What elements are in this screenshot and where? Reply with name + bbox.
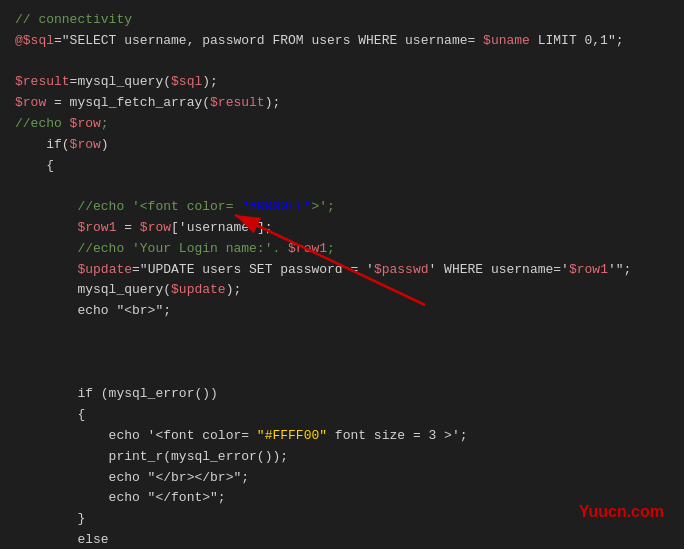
line-echo-font: //echo '<font color= "#0000ff">'; (15, 197, 669, 218)
line-blank-1 (15, 52, 669, 73)
line-brace-if: { (15, 405, 669, 426)
line-update: $update="UPDATE users SET password = '$p… (15, 260, 669, 281)
line-row: $row = mysql_fetch_array($result); (15, 93, 669, 114)
line-comment: // connectivity (15, 10, 669, 31)
line-blank-4 (15, 343, 669, 364)
line-brace-close-if: } (15, 509, 669, 530)
line-blank-2 (15, 176, 669, 197)
watermark: Yuucn.com (579, 503, 664, 521)
line-echo-font-yellow: echo '<font color= "#FFFF00" font size =… (15, 426, 669, 447)
line-result: $result=mysql_query($sql); (15, 72, 669, 93)
line-row1: $row1 = $row['username']; (15, 218, 669, 239)
line-echo-font-close: echo "</font>"; (15, 488, 669, 509)
line-print-r: print_r(mysql_error()); (15, 447, 669, 468)
line-else: else (15, 530, 669, 549)
line-blank-5 (15, 364, 669, 385)
line-brace-open: { (15, 156, 669, 177)
line-echo-br: echo "<br>"; (15, 301, 669, 322)
line-echo-login: //echo 'Your Login name:'. $row1; (15, 239, 669, 260)
code-block: // connectivity @$sql="SELECT username, … (0, 0, 684, 549)
line-if-row: if($row) (15, 135, 669, 156)
line-echo-row: //echo $row; (15, 114, 669, 135)
line-mysql-query: mysql_query($update); (15, 280, 669, 301)
line-echo-br2: echo "</br></br>"; (15, 468, 669, 489)
var-sql: @$sql (15, 33, 54, 48)
line-2: @$sql="SELECT username, password FROM us… (15, 31, 669, 52)
line-blank-3 (15, 322, 669, 343)
line-if-error: if (mysql_error()) (15, 384, 669, 405)
